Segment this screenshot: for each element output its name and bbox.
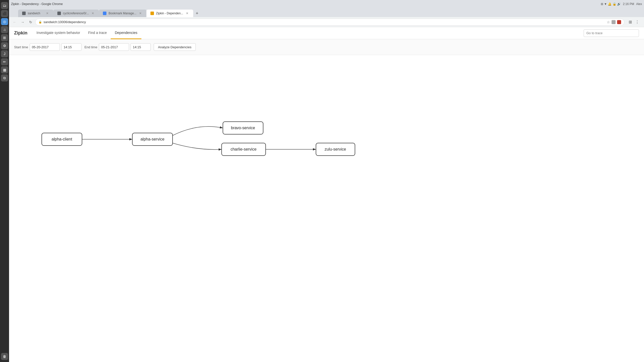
graph-area: alpha-client alpha-service bravo-service… bbox=[9, 55, 644, 360]
menu-icon[interactable]: ⋮ bbox=[634, 19, 640, 25]
os-sidebar: 🗂 ⬛ ◎ ♫ ⊞ ⚙ J ✏ ▦ ⧉ 🗑 bbox=[0, 0, 9, 362]
title-bar-right: ⊞ ▼ 🔔 🔒 🔊 2:16 PM Alex bbox=[601, 2, 642, 6]
tab-label-bookmark: Bookmark Manage... bbox=[108, 12, 136, 15]
tab-close-cyclic[interactable]: ✕ bbox=[91, 11, 95, 15]
go-to-trace-input[interactable] bbox=[584, 29, 639, 37]
end-time-label: End time bbox=[85, 45, 97, 49]
os-icon-grid[interactable]: ⊞ bbox=[1, 34, 8, 41]
os-icon-files[interactable]: 🗂 bbox=[1, 2, 8, 9]
end-date-input[interactable] bbox=[99, 43, 129, 51]
end-time-input[interactable] bbox=[131, 43, 151, 51]
os-icon-trash[interactable]: 🗑 bbox=[1, 353, 8, 360]
node-label-alpha-service: alpha-service bbox=[140, 137, 164, 141]
bookmark-icon[interactable]: ☆ bbox=[607, 20, 610, 24]
tab-favicon-bookmark bbox=[103, 12, 106, 15]
app-nav: Zipkin Investigate system behavior Find … bbox=[9, 27, 644, 39]
controls-bar: Start time End time Analyze Dependencies bbox=[9, 39, 644, 55]
extension-icon-2[interactable] bbox=[617, 20, 621, 24]
tab-favicon-cyclic bbox=[57, 12, 61, 15]
title-bar-left: Zipkin - Dependency - Google Chrome bbox=[11, 2, 63, 6]
node-label-charlie-service: charlie-service bbox=[230, 147, 256, 151]
forward-button[interactable]: → bbox=[19, 19, 26, 26]
tab-close-zipkin[interactable]: ✕ bbox=[185, 11, 189, 15]
os-icon-chrome[interactable]: ◎ bbox=[1, 18, 8, 25]
start-time-input[interactable] bbox=[61, 43, 82, 51]
nav-investigate[interactable]: Investigate system behavior bbox=[32, 27, 84, 39]
tab-favicon-sandwich bbox=[22, 12, 26, 15]
edge-alpha-service-bravo-service bbox=[173, 126, 223, 135]
node-label-bravo-service: bravo-service bbox=[231, 126, 255, 130]
user-name: Alex bbox=[636, 2, 642, 6]
dependency-graph-svg: alpha-client alpha-service bravo-service… bbox=[9, 55, 644, 360]
tab-bookmark[interactable]: Bookmark Manage... ✕ bbox=[99, 10, 146, 17]
back-button[interactable]: ← bbox=[11, 19, 18, 26]
extensions-icon[interactable]: ⊞ bbox=[627, 19, 633, 25]
new-tab-button[interactable]: + bbox=[193, 10, 201, 17]
node-label-zulu-service: zulu-service bbox=[325, 147, 346, 151]
reload-button[interactable]: ↻ bbox=[27, 19, 34, 26]
os-icon-spotify[interactable]: ♫ bbox=[1, 26, 8, 33]
tab-close-bookmark[interactable]: ✕ bbox=[138, 11, 142, 15]
analyze-dependencies-button[interactable]: Analyze Dependencies bbox=[154, 43, 196, 51]
url-text: sandwich:10006/dependency bbox=[44, 20, 604, 24]
tab-label-zipkin: Zipkin - Dependen... bbox=[156, 12, 183, 15]
end-time-group: End time bbox=[85, 43, 151, 51]
extension-icon-1[interactable] bbox=[612, 20, 616, 24]
start-time-label: Start time bbox=[14, 45, 28, 49]
address-bar: ← → ↻ 🔒 sandwich:10006/dependency ☆ ⊞ ⋮ bbox=[9, 17, 644, 27]
os-icon-pen[interactable]: ✏ bbox=[1, 58, 8, 65]
tab-label-sandwich: sandwich bbox=[28, 12, 43, 15]
tab-cyclic[interactable]: cyclicreference/0/... ✕ bbox=[53, 10, 99, 17]
clock: 2:16 PM bbox=[623, 2, 634, 6]
toolbar-right: ⊞ ⋮ bbox=[625, 19, 642, 25]
system-tray: ⊞ ▼ 🔔 🔒 🔊 bbox=[601, 2, 621, 6]
tab-sandwich[interactable]: sandwich ✕ bbox=[18, 10, 53, 17]
app-nav-right bbox=[584, 29, 639, 37]
tab-favicon-zipkin bbox=[150, 12, 154, 15]
edge-alpha-service-charlie-service bbox=[173, 143, 222, 150]
title-bar: Zipkin - Dependency - Google Chrome ⊞ ▼ … bbox=[9, 0, 644, 8]
node-label-alpha-client: alpha-client bbox=[52, 137, 72, 141]
url-bar[interactable]: 🔒 sandwich:10006/dependency ☆ bbox=[35, 19, 624, 26]
nav-find-trace[interactable]: Find a trace bbox=[84, 27, 111, 39]
start-time-group: Start time bbox=[14, 43, 82, 51]
main-content: Start time End time Analyze Dependencies bbox=[9, 39, 644, 362]
tab-zipkin[interactable]: Zipkin - Dependen... ✕ bbox=[146, 10, 193, 17]
browser-title: Zipkin - Dependency - Google Chrome bbox=[11, 2, 63, 6]
nav-dependencies[interactable]: Dependencies bbox=[111, 27, 141, 39]
os-icon-terminal[interactable]: ⬛ bbox=[1, 10, 8, 17]
os-icon-settings[interactable]: ⚙ bbox=[1, 42, 8, 49]
lock-icon: 🔒 bbox=[38, 20, 42, 24]
os-icon-jetbrains[interactable]: J bbox=[1, 50, 8, 57]
os-icon-windows[interactable]: ⧉ bbox=[1, 74, 8, 81]
tab-label-cyclic: cyclicreference/0/... bbox=[63, 12, 89, 15]
tab-bar: sandwich ✕ cyclicreference/0/... ✕ Bookm… bbox=[9, 8, 644, 17]
start-date-input[interactable] bbox=[30, 43, 60, 51]
app-logo: Zipkin bbox=[14, 30, 27, 36]
tab-close-sandwich[interactable]: ✕ bbox=[45, 11, 49, 15]
os-icon-spreadsheet[interactable]: ▦ bbox=[1, 66, 8, 73]
